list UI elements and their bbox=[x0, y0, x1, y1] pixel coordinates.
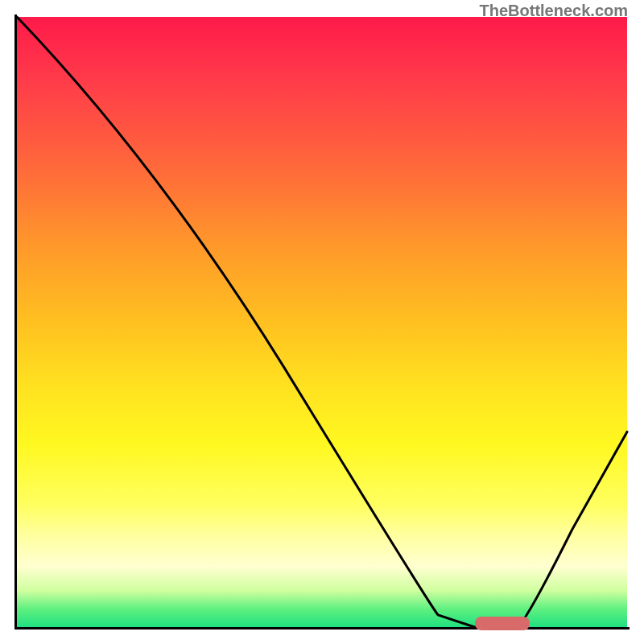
bottleneck-curve bbox=[17, 17, 627, 627]
chart-container: TheBottleneck.com bbox=[0, 0, 644, 644]
x-axis bbox=[14, 627, 630, 630]
watermark-text: TheBottleneck.com bbox=[480, 2, 628, 20]
optimal-range-marker bbox=[475, 617, 530, 630]
